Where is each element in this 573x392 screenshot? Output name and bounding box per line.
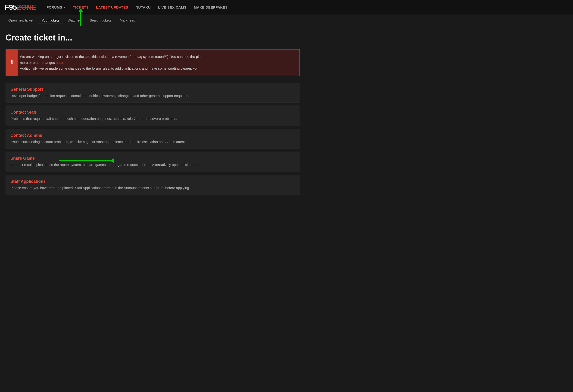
chevron-down-icon: ▼ [63,6,66,9]
nav-latest-updates[interactable]: LATEST UPDATES [93,3,131,11]
main-content: Create ticket in... ℹ We are working on … [0,26,305,205]
notice-text-part2: more or other changes [20,61,56,65]
notice-link[interactable]: here [56,61,63,65]
site-header: F95 ZONE FORUMS ▼ TICKETS LATEST UPDATES… [0,0,573,15]
subnav-search-tickets[interactable]: Search tickets [86,17,115,24]
subnav-open-new-ticket[interactable]: Open new ticket [5,17,37,24]
nav-make-deepfakes[interactable]: MAKE DEEPFAKES [191,3,231,11]
category-description: Problems that require staff support, suc… [10,116,295,122]
site-logo[interactable]: F95 ZONE [5,3,36,12]
category-title: Contact Admins [10,133,295,138]
category-contact-staff[interactable]: Contact Staff Problems that require staf… [6,106,300,126]
page-title: Create ticket in... [6,33,300,43]
annotation-arrow-up [80,12,81,26]
notice-icon-wrapper: ℹ [6,50,18,76]
main-nav: FORUMS ▼ TICKETS LATEST UPDATES NUTAKU L… [43,3,568,11]
notice-text-part4: Additionally, we've made some changes to… [20,66,197,70]
logo-f95: F95 [5,3,17,12]
category-title: Staff Applications [10,179,295,184]
subnav-your-tickets[interactable]: Your tickets [38,17,63,24]
subnav-mark-read[interactable]: Mark read [116,17,139,24]
notice-text-dot: . [63,61,64,65]
category-title: Contact Staff [10,110,295,115]
category-staff-applications[interactable]: Staff Applications Please ensure you hav… [6,175,300,195]
info-icon: ℹ [11,59,13,66]
nav-live-sex-cams[interactable]: LIVE SEX CAMS [155,3,190,11]
category-description: Issues surrounding account problems, web… [10,139,295,145]
category-general-support[interactable]: General Support Developer badges/promoti… [6,83,300,103]
category-description: Developer badges/promotion requests, don… [10,93,295,99]
sub-nav: Open new ticket Your tickets Watched Sea… [0,15,573,26]
category-title: Share Game [10,156,295,161]
category-share-game[interactable]: Share Game For best results, please use … [6,152,300,172]
nav-nutaku[interactable]: NUTAKU [132,3,154,11]
nav-forums[interactable]: FORUMS ▼ [43,3,69,11]
category-description: Please ensure you have read the pinned "… [10,185,295,191]
category-contact-admins[interactable]: Contact Admins Issues surrounding accoun… [6,129,300,149]
tickets-nav-wrapper: TICKETS [70,5,92,9]
notice-box: ℹ We are working on a major revision to … [6,49,300,76]
notice-text: We are working on a major revision to th… [20,54,295,71]
category-description: For best results, please use the report … [10,162,295,168]
notice-text-part1: We are working on a major revision to th… [20,55,201,58]
category-title: General Support [10,87,295,92]
logo-zone: ZONE [17,3,36,12]
subnav-watched[interactable]: Watched [64,17,85,24]
